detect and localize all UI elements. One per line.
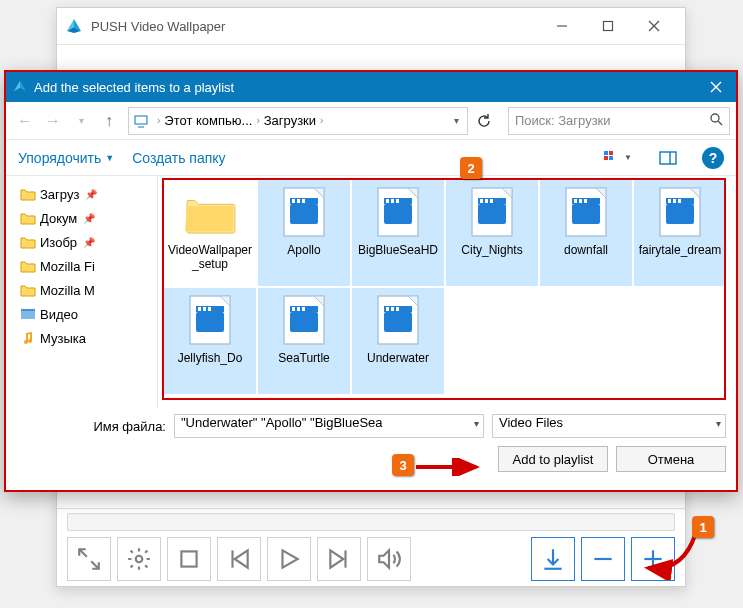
- volume-button[interactable]: [367, 537, 411, 581]
- svg-line-14: [79, 549, 87, 557]
- search-input[interactable]: Поиск: Загрузки: [508, 107, 730, 135]
- tree-item[interactable]: Музыка: [10, 326, 153, 350]
- svg-line-15: [91, 561, 99, 569]
- folder-tree[interactable]: Загруз📌Докум📌Изобр📌Mozilla FiMozilla MВи…: [6, 176, 158, 408]
- tree-label: Mozilla M: [40, 283, 95, 298]
- new-folder-button[interactable]: Создать папку: [132, 150, 225, 166]
- play-button[interactable]: [267, 537, 311, 581]
- breadcrumb-seg2[interactable]: Загрузки: [264, 113, 316, 128]
- tree-label: Изобр: [40, 235, 77, 250]
- svg-rect-37: [604, 156, 608, 160]
- nav-forward-button[interactable]: →: [40, 108, 66, 134]
- tree-item[interactable]: Изобр📌: [10, 230, 153, 254]
- nav-recent-button[interactable]: ▾: [68, 108, 94, 134]
- tree-label: Докум: [40, 211, 77, 226]
- breadcrumb-dropdown-icon[interactable]: ▾: [450, 115, 463, 126]
- selection-highlight-annotation: [162, 178, 726, 400]
- svg-line-34: [718, 121, 722, 125]
- tree-item[interactable]: Mozilla Fi: [10, 254, 153, 278]
- svg-marker-19: [235, 550, 248, 567]
- search-placeholder: Поиск: Загрузки: [515, 113, 611, 128]
- prev-button[interactable]: [217, 537, 261, 581]
- callout-2: 2: [460, 157, 482, 179]
- annotation-arrow-1: [640, 530, 700, 580]
- dialog-titlebar: Add the selected items to a playlist: [6, 72, 736, 102]
- tree-item[interactable]: Загруз📌: [10, 182, 153, 206]
- tree-label: Видео: [40, 307, 78, 322]
- pin-icon: 📌: [83, 213, 95, 224]
- svg-marker-22: [330, 550, 343, 567]
- filename-label: Имя файла:: [16, 419, 166, 434]
- app-logo-icon: [65, 17, 83, 35]
- tree-item[interactable]: Видео: [10, 302, 153, 326]
- nav-back-button[interactable]: ←: [12, 108, 38, 134]
- svg-point-16: [136, 556, 143, 563]
- file-dialog: Add the selected items to a playlist ← →…: [4, 70, 738, 492]
- settings-button[interactable]: [117, 537, 161, 581]
- callout-3: 3: [392, 454, 414, 476]
- help-button[interactable]: ?: [702, 147, 724, 169]
- filename-input[interactable]: "Underwater" "Apollo" "BigBlueSea: [174, 414, 484, 438]
- tree-item[interactable]: Докум📌: [10, 206, 153, 230]
- svg-rect-36: [609, 151, 613, 155]
- svg-rect-17: [181, 551, 196, 566]
- svg-rect-38: [609, 156, 613, 160]
- annotation-arrow-3: [414, 458, 484, 476]
- tree-item[interactable]: Mozilla M: [10, 278, 153, 302]
- add-to-playlist-button[interactable]: Add to playlist: [498, 446, 608, 472]
- cancel-button[interactable]: Отмена: [616, 446, 726, 472]
- parent-titlebar: PUSH Video Wallpaper: [57, 8, 685, 44]
- breadcrumb-seg1[interactable]: Этот компью...: [164, 113, 252, 128]
- svg-marker-20: [283, 550, 298, 567]
- next-button[interactable]: [317, 537, 361, 581]
- parent-title: PUSH Video Wallpaper: [91, 19, 225, 34]
- search-icon: [709, 112, 723, 129]
- nav-row: ← → ▾ ↑ › Этот компью... › Загрузки › ▾ …: [6, 102, 736, 140]
- stop-button[interactable]: [167, 537, 211, 581]
- progress-bar[interactable]: [67, 513, 675, 531]
- chevron-right-icon: ›: [320, 115, 323, 126]
- pin-icon: 📌: [85, 189, 97, 200]
- chevron-right-icon: ›: [256, 115, 259, 126]
- svg-point-33: [711, 114, 719, 122]
- organize-menu[interactable]: Упорядочить▼: [18, 150, 114, 166]
- svg-rect-35: [604, 151, 608, 155]
- view-options-button[interactable]: ▼: [602, 146, 634, 170]
- close-button[interactable]: [631, 8, 677, 44]
- breadcrumb[interactable]: › Этот компью... › Загрузки › ▾: [128, 107, 468, 135]
- download-button[interactable]: [531, 537, 575, 581]
- chevron-right-icon: ›: [157, 115, 160, 126]
- maximize-button[interactable]: [585, 8, 631, 44]
- svg-rect-39: [660, 152, 676, 164]
- dialog-title: Add the selected items to a playlist: [34, 80, 234, 95]
- filetype-select[interactable]: Video Files: [492, 414, 726, 438]
- tree-label: Mozilla Fi: [40, 259, 95, 274]
- computer-icon: [133, 113, 149, 129]
- minimize-button[interactable]: [539, 8, 585, 44]
- toolbar-row: Упорядочить▼ Создать папку ▼ ?: [6, 140, 736, 176]
- svg-rect-31: [135, 116, 147, 124]
- pin-icon: 📌: [83, 237, 95, 248]
- tree-label: Загруз: [40, 187, 79, 202]
- svg-marker-23: [379, 550, 389, 567]
- svg-rect-42: [21, 309, 35, 311]
- dialog-logo-icon: [12, 79, 28, 95]
- nav-up-button[interactable]: ↑: [96, 108, 122, 134]
- remove-button[interactable]: [581, 537, 625, 581]
- dialog-close-button[interactable]: [702, 76, 730, 98]
- callout-1: 1: [692, 516, 714, 538]
- preview-pane-button[interactable]: [652, 146, 684, 170]
- svg-rect-11: [604, 22, 613, 31]
- parent-media-bar: [57, 508, 685, 586]
- fullscreen-button[interactable]: [67, 537, 111, 581]
- refresh-button[interactable]: [470, 107, 498, 135]
- tree-label: Музыка: [40, 331, 86, 346]
